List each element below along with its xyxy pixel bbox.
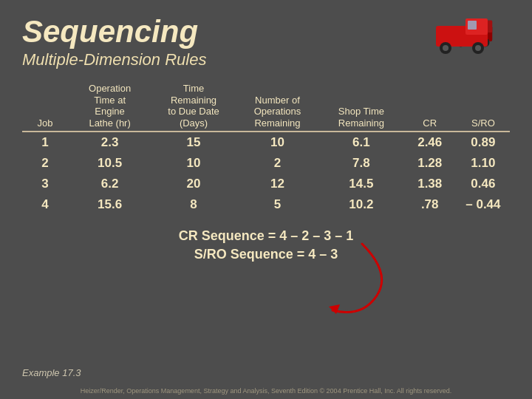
cell-shop-time: 14.5 [319, 174, 403, 194]
cell-cr: 2.46 [403, 132, 457, 153]
cell-time-rem: 8 [151, 194, 235, 215]
cell-shop-time: 7.8 [319, 153, 403, 174]
svg-marker-14 [329, 304, 340, 314]
cell-num-ops: 12 [236, 174, 319, 194]
cell-sro: 0.89 [457, 132, 510, 153]
cell-job: 2 [22, 153, 68, 174]
cell-num-ops: 2 [236, 153, 319, 174]
cell-shop-time: 10.2 [319, 194, 403, 215]
truck-icon [429, 11, 517, 63]
cell-job: 1 [22, 132, 68, 153]
cell-cr: 1.28 [403, 153, 457, 174]
cell-job: 4 [22, 194, 68, 215]
cell-sro: 1.10 [457, 153, 510, 174]
cell-sro: – 0.44 [457, 194, 510, 215]
table-row: 2 10.5 10 2 7.8 1.28 1.10 [22, 153, 510, 174]
sequences-section: CR Sequence = 4 – 2 – 3 – 1 S/RO Sequenc… [22, 228, 510, 262]
col-header-time: TimeRemainingto Due Date(Days) [151, 81, 235, 131]
sro-sequence: S/RO Sequence = 4 – 3 [22, 247, 510, 262]
svg-point-13 [475, 45, 481, 51]
cell-time-rem: 20 [151, 174, 235, 194]
col-header-shop: Shop TimeRemaining [319, 81, 403, 131]
col-header-job: Job [22, 81, 68, 131]
cell-op-time: 2.3 [68, 132, 151, 153]
cell-cr: 1.38 [403, 174, 457, 194]
col-header-sro: S/RO [457, 81, 510, 131]
main-container: Sequencing Multiple-Dimension Rules Job … [0, 0, 532, 399]
table-row: 3 6.2 20 12 14.5 1.38 0.46 [22, 174, 510, 194]
cell-job: 3 [22, 174, 68, 194]
example-label: Example 17.3 [22, 367, 81, 378]
footer-text: Heizer/Render, Operations Management, St… [0, 387, 532, 395]
cell-num-ops: 5 [236, 194, 319, 215]
cell-sro: 0.46 [457, 174, 510, 194]
cell-time-rem: 15 [151, 132, 235, 153]
cell-time-rem: 10 [151, 153, 235, 174]
table-row: 4 15.6 8 5 10.2 .78 – 0.44 [22, 194, 510, 215]
cr-sequence: CR Sequence = 4 – 2 – 3 – 1 [22, 228, 510, 244]
cell-op-time: 10.5 [68, 153, 151, 174]
svg-point-11 [443, 45, 449, 51]
cell-shop-time: 6.1 [319, 132, 403, 153]
data-table: Job OperationTime atEngineLathe (hr) Tim… [22, 81, 510, 214]
col-header-numops: Number ofOperationsRemaining [236, 81, 319, 131]
cell-num-ops: 10 [236, 132, 319, 153]
table-row: 1 2.3 15 10 6.1 2.46 0.89 [22, 132, 510, 153]
col-header-op: OperationTime atEngineLathe (hr) [68, 81, 151, 131]
col-header-cr: CR [403, 81, 457, 131]
cell-op-time: 15.6 [68, 194, 151, 215]
svg-rect-9 [468, 21, 477, 30]
cell-cr: .78 [403, 194, 457, 215]
cell-op-time: 6.2 [68, 174, 151, 194]
